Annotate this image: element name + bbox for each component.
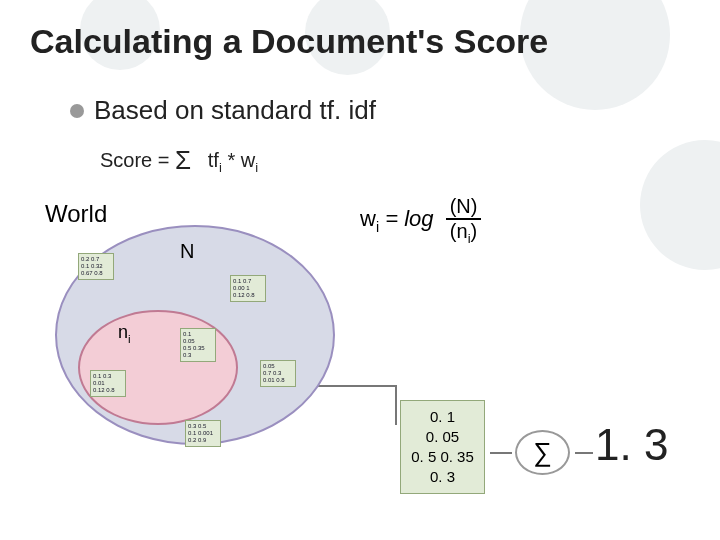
arrow-line bbox=[395, 385, 397, 425]
arrow-line bbox=[575, 452, 593, 454]
mini-doc: 0.050.7 0.30.01 0.8 bbox=[260, 360, 296, 387]
page-title: Calculating a Document's Score bbox=[30, 22, 548, 61]
n-label: N bbox=[180, 240, 194, 263]
arrow-line bbox=[490, 452, 512, 454]
wi-symbol: w bbox=[360, 206, 376, 231]
score-prefix: Score = bbox=[100, 149, 175, 171]
sigma-oval: ∑ bbox=[515, 430, 570, 475]
mini-doc: 0.2 0.70.1 0.320.67 0.8 bbox=[78, 253, 114, 280]
doc-line: 0. 1 bbox=[405, 407, 480, 427]
mini-doc: 0.3 0.50.1 0.0010.2 0.9 bbox=[185, 420, 221, 447]
frac-denominator: (ni) bbox=[446, 218, 482, 246]
bullet-dot-icon bbox=[70, 104, 84, 118]
ni-label: ni bbox=[118, 322, 131, 345]
bullet-text: Based on standard tf. idf bbox=[94, 95, 376, 126]
doc-line: 0. 5 0. 35 bbox=[405, 447, 480, 467]
sigma-icon: ∑ bbox=[533, 437, 552, 468]
bg-circle bbox=[640, 140, 720, 270]
mini-doc: 0.1 0.30.010.12 0.8 bbox=[90, 370, 126, 397]
doc-line: 0. 05 bbox=[405, 427, 480, 447]
eq-log: = log bbox=[385, 206, 433, 231]
world-label: World bbox=[45, 200, 107, 228]
result-value: 1. 3 bbox=[595, 420, 668, 470]
star-w: * w bbox=[227, 149, 255, 171]
tf-label: tf bbox=[208, 149, 219, 171]
doc-line: 0. 3 bbox=[405, 467, 480, 487]
mini-doc: 0.1 0.70.00 10.12 0.8 bbox=[230, 275, 266, 302]
fraction: (N) (ni) bbox=[446, 195, 482, 246]
wi-formula: wi = log (N) (ni) bbox=[360, 195, 481, 246]
sigma-symbol: Σ bbox=[175, 145, 191, 175]
selected-doc: 0. 1 0. 05 0. 5 0. 35 0. 3 bbox=[400, 400, 485, 494]
score-formula: Score = Σ tfi * wi bbox=[100, 145, 258, 176]
bullet-row: Based on standard tf. idf bbox=[70, 95, 376, 126]
mini-doc: 0.10.050.5 0.350.3 bbox=[180, 328, 216, 362]
frac-numerator: (N) bbox=[446, 195, 482, 218]
